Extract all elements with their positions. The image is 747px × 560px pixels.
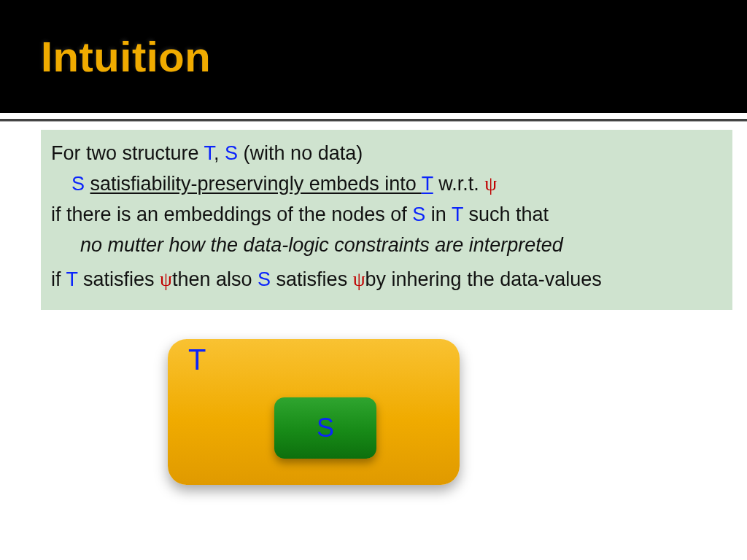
line-5: if T satisfies ψthen also S satisfies ψb… bbox=[51, 265, 722, 295]
symbol-T: T bbox=[452, 203, 463, 225]
label-T: T bbox=[188, 343, 206, 376]
symbol-T: T bbox=[204, 142, 214, 164]
text: such that bbox=[463, 203, 549, 225]
inner-box-S: S bbox=[274, 397, 376, 459]
line-3: if there is an embeddings of the nodes o… bbox=[51, 200, 722, 230]
embedding-diagram: T S bbox=[168, 339, 460, 485]
text: then also bbox=[172, 268, 258, 290]
text: For two structure bbox=[51, 142, 204, 164]
line-4-italic: no mutter how the data-logic constraints… bbox=[51, 230, 722, 261]
symbol-S: S bbox=[71, 173, 85, 195]
title-band: Intuition bbox=[0, 0, 747, 113]
text: w.r.t. bbox=[433, 173, 485, 195]
slide-title: Intuition bbox=[41, 32, 211, 81]
text: by inhering the data-values bbox=[365, 268, 602, 290]
symbol-T: T bbox=[66, 268, 78, 290]
text: in bbox=[425, 203, 452, 225]
text bbox=[85, 173, 90, 195]
title-divider bbox=[0, 119, 747, 121]
symbol-S: S bbox=[258, 268, 271, 290]
content-panel: For two structure T, S (with no data) S … bbox=[41, 130, 732, 310]
text: if there is an embeddings of the nodes o… bbox=[51, 203, 412, 225]
text: if bbox=[51, 268, 66, 290]
text: satisfies bbox=[78, 268, 160, 290]
text: (with no data) bbox=[238, 142, 363, 164]
symbol-T: T bbox=[422, 173, 433, 195]
text: , bbox=[214, 142, 225, 164]
text: satisfies bbox=[271, 268, 353, 290]
symbol-psi: ψ bbox=[160, 268, 172, 290]
underlined-phrase: satisfiability-preservingly embeds into bbox=[90, 173, 422, 195]
symbol-psi: ψ bbox=[353, 268, 365, 290]
line-1: For two structure T, S (with no data) bbox=[51, 139, 722, 169]
label-S: S bbox=[317, 413, 334, 443]
symbol-S: S bbox=[412, 203, 425, 225]
line-2: S satisfiability-preservingly embeds int… bbox=[51, 169, 722, 200]
symbol-psi: ψ bbox=[484, 173, 497, 195]
symbol-S: S bbox=[225, 142, 238, 164]
